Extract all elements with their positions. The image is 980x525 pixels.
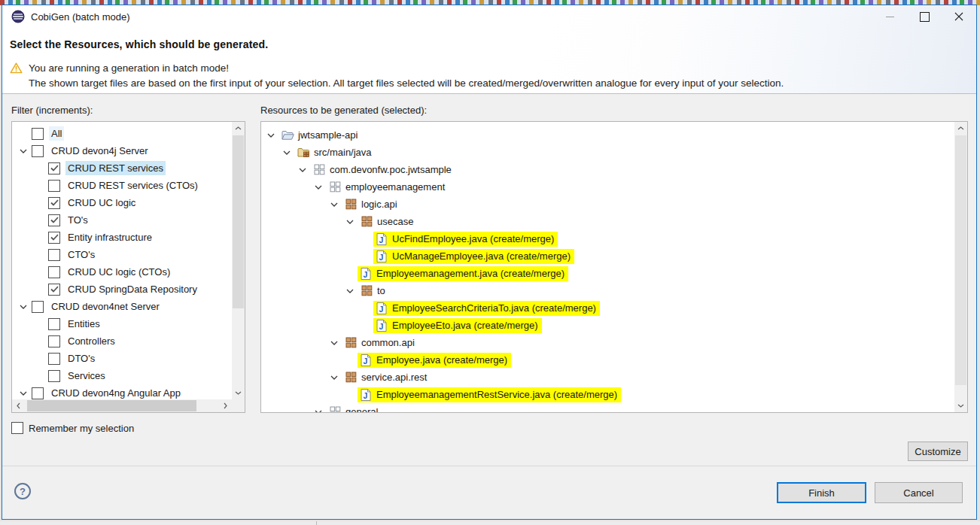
resource-tree-item[interactable]: JUcManageEmployee.java (create/merge) xyxy=(261,247,954,265)
checkbox[interactable] xyxy=(48,249,60,261)
scrollbar-thumb[interactable] xyxy=(27,400,196,411)
chevron-down-icon[interactable] xyxy=(18,391,32,396)
remember-selection-row[interactable]: Remember my selection xyxy=(11,422,134,434)
resource-tree-item[interactable]: JUcFindEmployee.java (create/merge) xyxy=(261,230,954,247)
filter-tree-item[interactable]: Entities xyxy=(12,315,232,332)
java-file-icon: J xyxy=(359,354,373,366)
checkbox[interactable] xyxy=(48,318,60,330)
resource-item-label: UcManageEmployee.java (create/merge) xyxy=(392,250,571,262)
scrollbar-thumb[interactable] xyxy=(233,135,244,308)
resource-tree-item[interactable]: logic.api xyxy=(261,196,954,213)
customize-button[interactable]: Customize xyxy=(908,442,968,461)
scroll-down-icon[interactable] xyxy=(232,387,245,399)
filter-tree-item[interactable]: CRUD devon4j Server xyxy=(12,142,232,159)
filter-tree-item[interactable]: CRUD UC logic xyxy=(12,194,232,211)
resource-item-label: EmployeemanagementRestService.java (crea… xyxy=(376,389,617,400)
filter-horizontal-scrollbar[interactable] xyxy=(12,399,232,412)
chevron-down-icon[interactable] xyxy=(313,410,327,413)
checkbox[interactable] xyxy=(32,387,44,399)
scroll-up-icon[interactable] xyxy=(232,122,245,135)
remember-checkbox[interactable] xyxy=(11,422,23,434)
resource-tree-item[interactable]: usecase xyxy=(261,213,954,230)
filter-vertical-scrollbar[interactable] xyxy=(232,122,245,399)
cancel-button[interactable]: Cancel xyxy=(875,482,963,503)
checkbox[interactable] xyxy=(48,180,60,192)
filter-tree-item[interactable]: Entity infrastructure xyxy=(12,229,232,246)
chevron-down-icon[interactable] xyxy=(329,341,342,345)
filter-tree-item[interactable]: CRUD REST services xyxy=(12,159,232,177)
resource-tree-item[interactable]: to xyxy=(261,282,954,299)
close-button[interactable] xyxy=(942,5,976,28)
chevron-down-icon[interactable] xyxy=(266,133,279,138)
scroll-up-icon[interactable] xyxy=(954,122,967,135)
filter-tree-item[interactable]: CRUD devon4ng Angular App xyxy=(12,384,232,399)
filter-item-label: CRUD REST services xyxy=(65,161,166,175)
checkbox[interactable] xyxy=(48,232,60,244)
checkbox[interactable] xyxy=(48,266,60,278)
filter-tree-item[interactable]: CRUD UC logic (CTOs) xyxy=(12,263,232,281)
scrollbar-thumb[interactable] xyxy=(955,135,966,385)
warning-icon xyxy=(10,62,23,77)
resource-tree-item[interactable]: JEmployeemanagementRestService.java (cre… xyxy=(261,386,954,403)
chevron-down-icon[interactable] xyxy=(313,185,327,190)
scroll-right-icon[interactable] xyxy=(219,399,232,412)
filter-tree-item[interactable]: CRUD REST services (CTOs) xyxy=(12,177,232,194)
filter-item-label: CRUD REST services (CTOs) xyxy=(65,178,200,193)
checkbox[interactable] xyxy=(32,301,44,313)
help-button[interactable]: ? xyxy=(14,483,31,499)
resource-tree-item[interactable]: src/main/java xyxy=(261,144,954,161)
filter-tree-item[interactable]: All xyxy=(12,125,232,142)
resource-tree-item[interactable]: employeemanagement xyxy=(261,178,954,196)
chevron-down-icon[interactable] xyxy=(329,375,342,380)
resource-tree-item[interactable]: JEmployee.java (create/merge) xyxy=(261,351,954,369)
package-icon xyxy=(344,199,358,210)
warning-line-1: You are running a generation in batch mo… xyxy=(29,61,784,76)
maximize-button[interactable] xyxy=(907,5,942,28)
chevron-down-icon[interactable] xyxy=(297,168,311,172)
finish-button[interactable]: Finish xyxy=(777,482,866,503)
resource-item-label: EmployeeSearchCriteriaTo.java (create/me… xyxy=(392,302,596,314)
checkbox[interactable] xyxy=(48,335,60,347)
minimize-button[interactable] xyxy=(872,5,907,28)
resource-item-label: general xyxy=(345,406,378,412)
filter-tree-item[interactable]: Controllers xyxy=(12,332,232,350)
resource-tree-item[interactable]: JEmployeeEto.java (create/merge) xyxy=(261,317,954,334)
chevron-down-icon[interactable] xyxy=(18,149,32,153)
chevron-down-icon[interactable] xyxy=(329,202,342,207)
resource-tree-item[interactable]: common.api xyxy=(261,334,954,351)
filter-tree-item[interactable]: TO's xyxy=(12,211,232,229)
filter-item-label: All xyxy=(49,126,64,141)
eclipse-icon xyxy=(11,10,25,23)
java-file-icon: J xyxy=(375,250,388,262)
background-strip xyxy=(0,521,980,525)
filter-tree-item[interactable]: Services xyxy=(12,367,232,384)
checkbox[interactable] xyxy=(48,353,60,365)
filter-tree-item[interactable]: CRUD SpringData Repository xyxy=(12,281,232,298)
resources-vertical-scrollbar[interactable] xyxy=(954,122,967,412)
filter-tree-item[interactable]: CTO's xyxy=(12,246,232,263)
checkbox[interactable] xyxy=(48,162,60,174)
checkbox[interactable] xyxy=(48,370,60,382)
checkbox[interactable] xyxy=(48,197,60,209)
resource-tree-item[interactable]: service.api.rest xyxy=(261,369,954,386)
resource-tree-item[interactable]: JEmployeeSearchCriteriaTo.java (create/m… xyxy=(261,299,954,317)
resource-tree-item[interactable]: jwtsample-api xyxy=(261,126,954,144)
chevron-down-icon[interactable] xyxy=(345,220,358,224)
tree-node: employeemanagement xyxy=(327,180,449,194)
resource-tree-item[interactable]: JEmployeemanagement.java (create/merge) xyxy=(261,265,954,282)
resource-tree-item[interactable]: com.devonfw.poc.jwtsample xyxy=(261,161,954,178)
chevron-down-icon[interactable] xyxy=(282,150,295,155)
chevron-down-icon[interactable] xyxy=(18,305,32,309)
chevron-down-icon[interactable] xyxy=(345,289,358,293)
resource-tree-item[interactable]: general xyxy=(261,403,954,412)
scroll-left-icon[interactable] xyxy=(12,399,25,412)
checkbox[interactable] xyxy=(32,128,44,140)
warning-message: You are running a generation in batch mo… xyxy=(10,61,784,91)
scroll-down-icon[interactable] xyxy=(954,399,967,412)
checkbox[interactable] xyxy=(32,145,44,157)
checkbox[interactable] xyxy=(48,284,60,296)
filter-tree-item[interactable]: DTO's xyxy=(12,350,232,367)
checkbox[interactable] xyxy=(48,214,60,226)
title-bar[interactable]: CobiGen (batch mode) xyxy=(2,5,976,28)
filter-tree-item[interactable]: CRUD devon4net Server xyxy=(12,298,232,315)
